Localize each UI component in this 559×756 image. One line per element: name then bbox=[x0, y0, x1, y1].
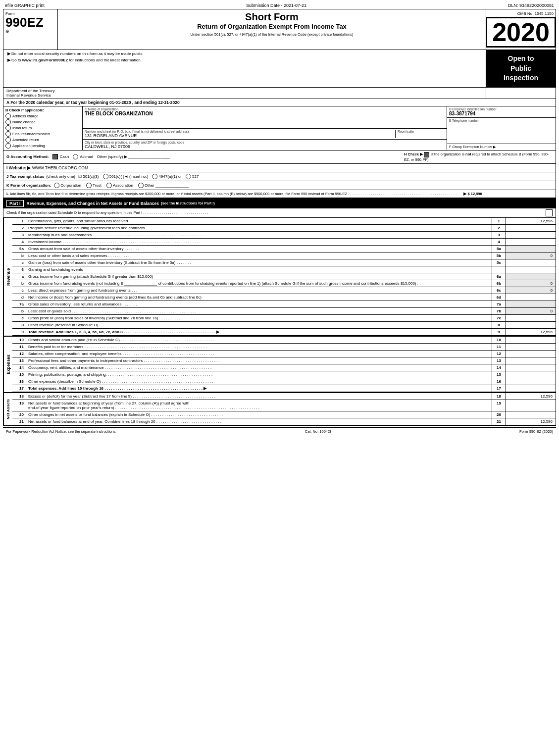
initial-label: Initial return bbox=[12, 126, 32, 130]
row-6b: b Gross income from fundraising events (… bbox=[12, 280, 556, 287]
row-5a-num: 5a bbox=[12, 246, 26, 252]
row-14-val bbox=[506, 364, 556, 371]
row-12-ref: 12 bbox=[492, 351, 506, 357]
g-other: Other (specify) ▶ ___________________ bbox=[97, 154, 170, 159]
row-10: 10 Grants and similar amounts paid (list… bbox=[12, 337, 556, 344]
k-other-checkbox[interactable] bbox=[138, 183, 144, 188]
row-4-val bbox=[506, 239, 556, 245]
row-11: 11 Benefits paid to or for members . . .… bbox=[12, 344, 556, 351]
row-17-desc: Total expenses. Add lines 10 through 16 … bbox=[26, 385, 492, 392]
title-section: Form 990EZ ⊕ Short Form Return of Organi… bbox=[3, 9, 556, 50]
row-2-ref: 2 bbox=[492, 225, 506, 231]
row-21-ref: 21 bbox=[492, 418, 506, 425]
j-501c-checkbox[interactable] bbox=[103, 174, 108, 179]
g-cash: Cash bbox=[52, 154, 69, 159]
row-6d-desc: Net income or (loss) from gaming and fun… bbox=[26, 294, 492, 301]
row-6b-num: b bbox=[12, 280, 26, 287]
ein-label: D Employer identification number bbox=[449, 107, 554, 111]
row-19-ref: 19 bbox=[492, 400, 506, 411]
dept-left: Department of the Treasury Internal Reve… bbox=[3, 88, 486, 99]
row-6-desc: Gaming and fundraising events bbox=[26, 266, 492, 273]
row-13-num: 13 bbox=[12, 357, 26, 364]
j-4947-checkbox[interactable] bbox=[152, 174, 157, 179]
schedule-o-checkbox[interactable] bbox=[546, 209, 553, 216]
row-21-desc: Net assets or fund balances at end of ye… bbox=[26, 418, 492, 425]
row-6a-val bbox=[506, 273, 556, 280]
row-5b-ref: 5b bbox=[492, 252, 506, 259]
row-6d-val bbox=[506, 294, 556, 301]
l-text: Add lines 5b, 6c, and 7b to line 9 to de… bbox=[10, 192, 348, 196]
row-2-val bbox=[506, 225, 556, 231]
h-checkbox[interactable] bbox=[424, 152, 429, 157]
row-7a-val bbox=[506, 301, 556, 307]
accrual-checkbox[interactable] bbox=[73, 154, 78, 159]
row-16-desc: Other expenses (describe in Schedule O) … bbox=[26, 378, 492, 385]
row-1-desc: Contributions, gifts, grants, and simila… bbox=[26, 218, 492, 224]
name-checkbox[interactable] bbox=[5, 119, 11, 125]
form-sub: ⊕ bbox=[5, 29, 55, 34]
pending-checkbox[interactable] bbox=[5, 143, 11, 149]
final-checkbox[interactable] bbox=[5, 131, 11, 137]
street-block: Number and street (or P. O. box, if mail… bbox=[85, 130, 395, 138]
check-name-row: B Check if applicable: Address charge Na… bbox=[3, 106, 556, 151]
row-9-num: 9 bbox=[12, 329, 26, 335]
initial-checkbox[interactable] bbox=[5, 125, 11, 131]
row-4-ref: 4 bbox=[492, 239, 506, 245]
row-5c-desc: Gain or (loss) from sale of assets other… bbox=[26, 259, 492, 266]
row-3-val bbox=[506, 232, 556, 238]
row-7c: c Gross profit or (loss) from sales of i… bbox=[12, 315, 556, 322]
k-label: K Form of organization: bbox=[6, 183, 51, 188]
name-label: Name change bbox=[12, 120, 36, 124]
address-block: Number and street (or P. O. box, if mail… bbox=[83, 129, 447, 140]
row-21-val: 12,596 bbox=[506, 418, 556, 425]
row-2: 2 Program service revenue including gove… bbox=[12, 225, 556, 232]
open-public-box: Open toPublicInspection bbox=[486, 50, 556, 87]
row-21: 21 Net assets or fund balances at end of… bbox=[12, 418, 556, 425]
footer-left: For Paperwork Reduction Act Notice, see … bbox=[6, 429, 116, 434]
row-12-desc: Salaries, other compensation, and employ… bbox=[26, 351, 492, 357]
j-4947: 4947(a)(1) or bbox=[158, 174, 182, 179]
address-checkbox[interactable] bbox=[5, 113, 11, 119]
pending-label: Application pending bbox=[12, 144, 45, 148]
website-value: WWW.THEBLOCKORG.COM bbox=[32, 165, 88, 170]
l-dots: . . . . . . . . . . . . . . . . . . . . … bbox=[348, 192, 460, 196]
row-6-ref-empty bbox=[492, 266, 506, 273]
row-16-val bbox=[506, 378, 556, 385]
name-ein-col: C Name of organization THE BLOCK ORGANIZ… bbox=[83, 106, 447, 150]
row-1: 1 Contributions, gifts, grants, and simi… bbox=[12, 218, 556, 225]
row-9-ref: 9 bbox=[492, 329, 506, 335]
notices-left: ▶ Do not enter social security numbers o… bbox=[3, 50, 486, 87]
k-trust-checkbox[interactable] bbox=[86, 183, 92, 188]
row-7c-val bbox=[506, 315, 556, 321]
k-assoc-checkbox[interactable] bbox=[106, 183, 112, 188]
year-omb-box: OMB No. 1545-1150 2020 bbox=[486, 9, 556, 50]
row-1-val: 12,596 bbox=[506, 218, 556, 224]
row-15-desc: Printing, publications, postage, and shi… bbox=[26, 371, 492, 378]
amended-checkbox[interactable] bbox=[5, 137, 11, 143]
row-7a: 7a Gross sales of inventory, less return… bbox=[12, 301, 556, 308]
omb-label: OMB No. 1545-1150 bbox=[488, 11, 554, 16]
row-15-num: 15 bbox=[12, 371, 26, 378]
k-corp-checkbox[interactable] bbox=[54, 183, 59, 188]
irs-name: Internal Revenue Service bbox=[6, 93, 483, 98]
year-line: A For the 2020 calendar year, or tax yea… bbox=[3, 99, 556, 106]
dept-name: Department of the Treasury bbox=[6, 89, 483, 93]
ein-block: D Employer identification number 83-3871… bbox=[447, 106, 556, 118]
j-row: J Tax-exempt status (check only one) ☑ 5… bbox=[3, 172, 556, 181]
row-8-ref: 8 bbox=[492, 322, 506, 328]
row-1-ref: 1 bbox=[492, 218, 506, 224]
row-7c-num: c bbox=[12, 315, 26, 321]
row-4-desc: Investment income . . . . . . . . . . . … bbox=[26, 239, 492, 245]
cash-checkbox[interactable] bbox=[52, 154, 58, 159]
row-16: 16 Other expenses (describe in Schedule … bbox=[12, 378, 556, 385]
g-h-row: G Accounting Method: Cash Accrual Other … bbox=[3, 151, 556, 164]
dln-number: DLN: 93492202000081 bbox=[508, 3, 554, 8]
efile-label: efile GRAPHIC print bbox=[5, 3, 45, 8]
ein-value: 83-3871794 bbox=[449, 111, 554, 116]
row-16-ref: 16 bbox=[492, 378, 506, 385]
j-527-checkbox[interactable] bbox=[186, 174, 191, 179]
revenue-side-label: Revenue bbox=[3, 218, 12, 336]
net-assets-section: Net Assets 18 Excess or (deficit) for th… bbox=[3, 392, 556, 425]
j-501c: 501(c)( )◄ (insert no.) bbox=[109, 174, 149, 179]
row-9-val: 12,596 bbox=[506, 329, 556, 335]
